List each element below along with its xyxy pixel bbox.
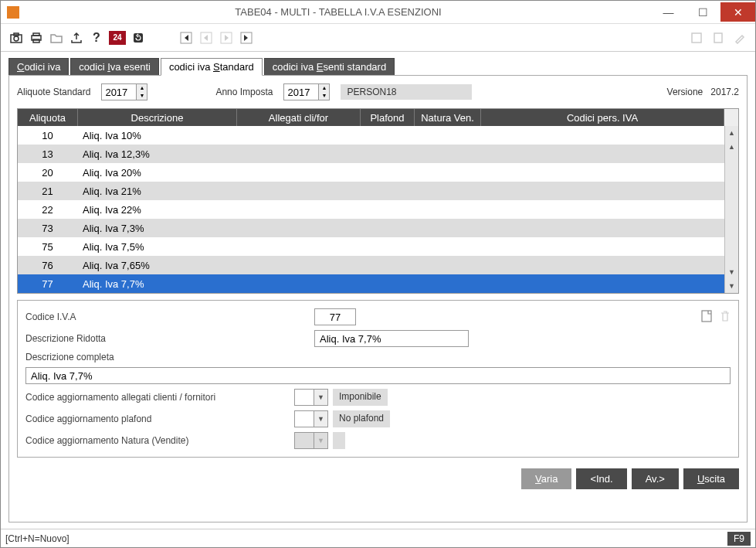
cell-descrizione: Aliq. Iva 12,3% (78, 148, 237, 160)
col-codici-pers[interactable]: Codici pers. IVA (481, 109, 724, 126)
svg-rect-4 (33, 33, 39, 36)
allegati-text: Imponibile (333, 389, 388, 406)
table-row[interactable]: 75Aliq. Iva 7,5% (18, 237, 724, 256)
svg-rect-5 (33, 39, 39, 43)
year-standard-input[interactable] (102, 85, 136, 100)
label-agg-natura: Codice aggiornamento Natura (Vendite) (25, 435, 288, 446)
label-anno-imposta: Anno Imposta (215, 87, 273, 97)
col-aliquota[interactable]: Aliquota (18, 109, 78, 126)
table-row[interactable]: 13Aliq. Iva 12,3% (18, 145, 724, 163)
maximize-button[interactable]: ☐ (686, 2, 720, 22)
save-icon (689, 30, 704, 46)
allegati-code-input[interactable] (294, 389, 314, 406)
version-label: Versione (667, 87, 703, 97)
nav-last-icon[interactable] (239, 30, 254, 46)
close-button[interactable]: ✕ (720, 2, 755, 22)
scroll-down-icon[interactable]: ▼ (725, 279, 738, 293)
spinner-up-icon[interactable]: ▲ (136, 84, 147, 92)
svg-rect-11 (692, 33, 701, 43)
label-agg-plafond: Codice aggiornamento plafond (25, 414, 288, 424)
cell-descrizione: Aliq. Iva 22% (78, 204, 237, 216)
nav-first-icon[interactable] (178, 30, 194, 46)
person-box: PERSON18 (341, 84, 472, 100)
folder-icon[interactable] (49, 30, 64, 46)
plafond-code-input[interactable] (294, 410, 314, 427)
camera-icon[interactable] (8, 30, 24, 46)
codice-iva-input[interactable] (314, 308, 356, 325)
table-row[interactable]: 73Aliq. Iva 7,3% (18, 219, 724, 237)
table-row[interactable]: 20Aliq. Iva 20% (18, 163, 724, 182)
year-standard-field[interactable]: ▲▼ (101, 83, 147, 100)
tab-codici-iva[interactable]: Codici iva (8, 58, 69, 76)
chevron-down-icon[interactable]: ▼ (314, 410, 328, 427)
ind-button[interactable]: <Ind. (576, 468, 626, 489)
chevron-down-icon[interactable]: ▼ (314, 389, 328, 406)
delete-detail-icon[interactable] (720, 310, 731, 325)
help-icon[interactable]: ? (89, 30, 104, 46)
table-row[interactable]: 10Aliq. Iva 10% (18, 126, 724, 145)
filter-row: Aliquote Standard ▲▼ Anno Imposta ▲▼ PER… (17, 83, 739, 100)
window-controls: — ☐ ✕ (651, 2, 755, 22)
scroll-down-icon[interactable]: ▼ (725, 265, 738, 279)
spinner-down-icon[interactable]: ▼ (136, 92, 147, 100)
plafond-text: No plafond (333, 410, 390, 427)
col-natura[interactable]: Natura Ven. (415, 109, 481, 126)
version-value: 2017.2 (710, 87, 739, 97)
new-detail-icon[interactable] (701, 310, 712, 325)
scroll-up-icon[interactable]: ▲ (725, 126, 738, 140)
table-row[interactable]: 21Aliq. Iva 21% (18, 182, 724, 200)
table-row[interactable]: 76Aliq. Iva 7,65% (18, 256, 724, 274)
titlebar: TABE04 - MULTI - TABELLA I.V.A ESENZIONI… (1, 1, 755, 24)
action-row: Varia <Ind. Av.> Uscita (17, 468, 739, 489)
av-button[interactable]: Av.> (632, 468, 679, 489)
uscita-button[interactable]: Uscita (683, 468, 739, 489)
tab-codici-iva-standard[interactable]: codici iva Standard (161, 58, 263, 76)
natura-text (333, 432, 345, 449)
refresh-icon[interactable] (131, 30, 146, 46)
year-imposta-field[interactable]: ▲▼ (283, 83, 330, 100)
cell-descrizione: Aliq. Iva 7,65% (78, 260, 237, 271)
spinner-up-icon[interactable]: ▲ (318, 84, 329, 92)
export-icon[interactable] (69, 30, 84, 46)
col-plafond[interactable]: Plafond (361, 109, 415, 126)
svg-point-1 (14, 36, 19, 41)
table-row[interactable]: 22Aliq. Iva 22% (18, 200, 724, 219)
cell-aliquota: 73 (18, 223, 78, 234)
label-codice-iva: Codice I.V.A (25, 311, 288, 322)
varia-button: Varia (521, 468, 571, 489)
nav-next-icon[interactable] (219, 30, 234, 46)
table-scrollbar[interactable]: ▲ ▲ ▼ ▼ (724, 126, 738, 293)
cell-descrizione: Aliq. Iva 7,5% (78, 241, 237, 253)
print-icon[interactable] (29, 30, 44, 46)
year-imposta-input[interactable] (284, 85, 318, 100)
cell-aliquota: 22 (18, 204, 78, 216)
svg-rect-12 (714, 33, 722, 43)
label-descrizione-completa: Descrizione completa (25, 352, 288, 362)
cell-aliquota: 21 (18, 186, 78, 197)
descrizione-ridotta-input[interactable] (314, 330, 469, 347)
label-descrizione-ridotta: Descrizione Ridotta (25, 333, 288, 344)
table-row[interactable]: 77Aliq. Iva 7,7% (18, 274, 724, 293)
cell-aliquota: 10 (18, 130, 78, 141)
nav-prev-icon[interactable] (198, 30, 214, 46)
minimize-button[interactable]: — (651, 2, 686, 22)
cell-descrizione: Aliq. Iva 10% (78, 130, 237, 141)
scroll-up-icon[interactable]: ▲ (725, 140, 738, 154)
label-aliquote-standard: Aliquote Standard (17, 87, 90, 97)
cell-aliquota: 76 (18, 260, 78, 271)
cell-descrizione: Aliq. Iva 21% (78, 186, 237, 197)
cell-aliquota: 77 (18, 278, 78, 290)
tabs: Codici iva codici Iva esenti codici iva … (8, 58, 748, 76)
detail-panel: Codice I.V.A Descrizione Ridotta Descriz… (17, 300, 739, 458)
col-descrizione[interactable]: Descrizione (78, 109, 237, 126)
badge-24-icon[interactable]: 24 (109, 31, 126, 45)
col-allegati[interactable]: Allegati cli/for (237, 109, 361, 126)
toolbar: ? 24 (1, 24, 755, 52)
cell-descrizione: Aliq. Iva 20% (78, 167, 237, 179)
spinner-down-icon[interactable]: ▼ (318, 92, 329, 100)
tab-codici-iva-esenti[interactable]: codici Iva esenti (70, 58, 159, 76)
tab-codici-iva-esenti-standard[interactable]: codici iva Esenti standard (264, 58, 395, 76)
cell-aliquota: 13 (18, 148, 78, 160)
descrizione-completa-input[interactable] (25, 367, 731, 384)
status-hint: [Ctrl+N=Nuovo] (5, 533, 69, 544)
